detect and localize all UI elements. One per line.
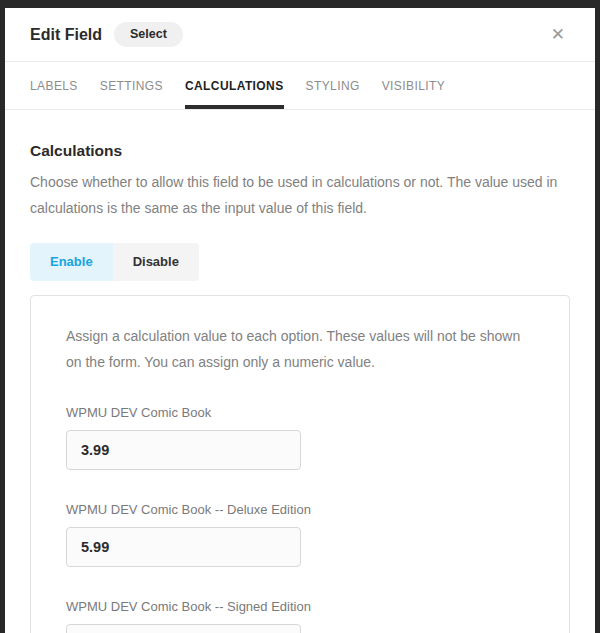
edit-field-modal: Edit Field Select ✕ LABELS SETTINGS CALC… bbox=[5, 8, 595, 633]
section-description: Choose whether to allow this field to be… bbox=[30, 169, 570, 221]
tab-labels[interactable]: LABELS bbox=[30, 62, 78, 109]
calculations-toggle: Enable Disable bbox=[30, 243, 199, 281]
option-label: WPMU DEV Comic Book bbox=[66, 405, 534, 420]
calculation-value-input[interactable] bbox=[66, 527, 301, 567]
tab-bar: LABELS SETTINGS CALCULATIONS STYLING VIS… bbox=[5, 62, 595, 110]
tab-content: Calculations Choose whether to allow thi… bbox=[5, 142, 595, 633]
modal-header: Edit Field Select ✕ bbox=[5, 8, 595, 62]
tab-styling[interactable]: STYLING bbox=[306, 62, 360, 109]
calculation-value-input[interactable] bbox=[66, 624, 301, 633]
option-group: WPMU DEV Comic Book bbox=[66, 405, 534, 470]
tab-settings[interactable]: SETTINGS bbox=[100, 62, 163, 109]
option-group: WPMU DEV Comic Book -- Deluxe Edition bbox=[66, 502, 534, 567]
modal-title: Edit Field bbox=[30, 26, 102, 44]
disable-button[interactable]: Disable bbox=[113, 243, 199, 281]
section-heading: Calculations bbox=[30, 142, 570, 160]
field-type-badge: Select bbox=[114, 22, 183, 47]
option-group: WPMU DEV Comic Book -- Signed Edition bbox=[66, 599, 534, 633]
option-label: WPMU DEV Comic Book -- Signed Edition bbox=[66, 599, 534, 614]
close-icon[interactable]: ✕ bbox=[549, 24, 567, 45]
calculation-values-panel: Assign a calculation value to each optio… bbox=[30, 295, 570, 633]
option-label: WPMU DEV Comic Book -- Deluxe Edition bbox=[66, 502, 534, 517]
enable-button[interactable]: Enable bbox=[30, 243, 113, 281]
calculation-value-input[interactable] bbox=[66, 430, 301, 470]
tab-visibility[interactable]: VISIBILITY bbox=[382, 62, 445, 109]
tab-calculations[interactable]: CALCULATIONS bbox=[185, 62, 284, 109]
panel-description: Assign a calculation value to each optio… bbox=[66, 323, 534, 375]
